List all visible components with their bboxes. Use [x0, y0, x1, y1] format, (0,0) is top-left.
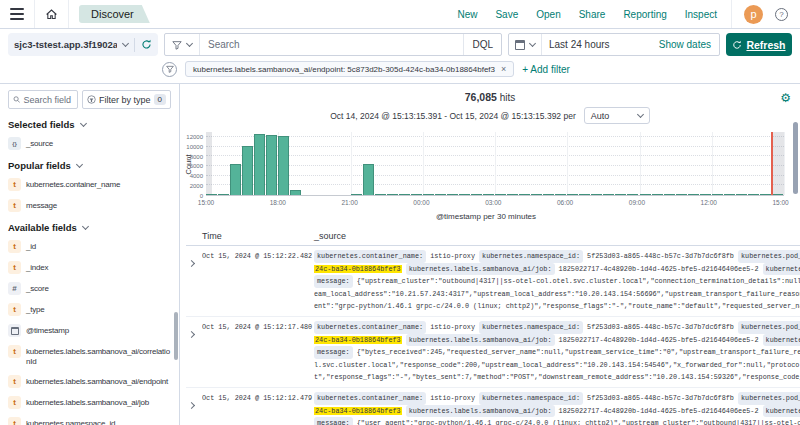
nav-save[interactable]: Save [495, 9, 518, 20]
histogram-bar[interactable] [351, 194, 362, 195]
nav-reporting[interactable]: Reporting [623, 9, 666, 20]
histogram-bar[interactable] [760, 194, 771, 195]
menu-button[interactable] [0, 0, 35, 28]
histogram-bar[interactable] [459, 194, 470, 195]
histogram-bar[interactable] [712, 194, 723, 195]
sidebar-scrollbar[interactable] [174, 312, 178, 360]
field-badge[interactable]: kubernetes.pod_name: [738, 321, 800, 334]
field-badge[interactable]: message: [314, 417, 353, 425]
histogram-bar[interactable] [290, 190, 301, 195]
histogram-bar[interactable] [242, 146, 253, 195]
field-item[interactable]: tkubernetes.labels.sambanova_ai/correlat… [8, 345, 171, 367]
field-badge[interactable]: kubernetes.labels.sambanova_ai/job: [406, 405, 555, 418]
nav-open[interactable]: Open [536, 9, 560, 20]
field-item[interactable]: @timestamp [8, 324, 171, 337]
histogram-bar[interactable] [567, 194, 578, 195]
histogram-bar[interactable] [603, 194, 614, 195]
breadcrumb[interactable]: Discover [79, 5, 150, 23]
field-search-input[interactable] [23, 95, 73, 105]
field-badge[interactable]: kubernetes.namespace_id: [479, 250, 583, 263]
field-item[interactable]: #_score [8, 282, 171, 295]
section-toggle-popular-fields[interactable]: Popular fields [8, 160, 171, 171]
histogram-bar[interactable] [387, 194, 398, 195]
show-dates-button[interactable]: Show dates [659, 39, 719, 50]
histogram-bar[interactable] [700, 194, 711, 195]
field-badge[interactable]: kubernetes.labels.sambanova_ [763, 263, 800, 276]
index-pattern-select[interactable]: sjc3-tstest.app.3f1902ac... [8, 33, 158, 56]
interval-select[interactable]: Auto [584, 107, 650, 124]
field-item[interactable]: tkubernetes.labels.sambanova_ai/job [8, 396, 171, 409]
histogram-bar[interactable] [399, 194, 410, 195]
histogram-bar[interactable] [471, 194, 482, 195]
field-item[interactable]: tkubernetes.container_name [8, 178, 171, 191]
query-filter-menu[interactable] [165, 34, 200, 55]
field-badge[interactable]: kubernetes.labels.sambanova_ai/job: [406, 334, 555, 347]
nav-share[interactable]: Share [579, 9, 606, 20]
section-toggle-selected-fields[interactable]: Selected fields [8, 119, 171, 130]
search-input[interactable] [200, 39, 463, 50]
refresh-button[interactable]: Refresh [726, 33, 792, 56]
histogram-bar[interactable] [676, 194, 687, 195]
histogram-bar[interactable] [375, 194, 386, 195]
home-button[interactable] [35, 0, 69, 28]
histogram-bar[interactable] [615, 194, 626, 195]
histogram-bar[interactable] [640, 194, 651, 195]
main-scrollbar[interactable] [793, 122, 798, 194]
reload-index-button[interactable] [141, 39, 152, 50]
field-badge[interactable]: kubernetes.namespace_id: [479, 392, 583, 405]
field-item[interactable]: {}_source [8, 137, 171, 150]
field-badge[interactable]: kubernetes.namespace_id: [479, 321, 583, 334]
histogram-bar[interactable] [519, 194, 530, 195]
nav-new[interactable]: New [457, 9, 477, 20]
field-item[interactable]: t_id [8, 240, 171, 253]
histogram-bar[interactable] [254, 134, 265, 195]
field-item[interactable]: tkubernetes.labels.sambanova_ai/endpoint [8, 375, 171, 388]
field-badge[interactable]: kubernetes.labels.sambanova_ [763, 405, 800, 418]
avatar[interactable]: p [744, 5, 763, 24]
histogram-bar[interactable] [688, 194, 699, 195]
expand-row-button[interactable] [186, 250, 202, 313]
nav-inspect[interactable]: Inspect [685, 9, 717, 20]
histogram-bar[interactable] [278, 136, 289, 195]
time-range-value[interactable]: Last 24 hours [542, 39, 659, 50]
histogram-bar[interactable] [218, 194, 229, 195]
field-badge[interactable]: kubernetes.labels.sambanova_ai/job: [406, 263, 555, 276]
gear-icon[interactable]: ⚙ [780, 92, 791, 104]
histogram-bar[interactable] [266, 135, 277, 195]
histogram-bar[interactable] [627, 194, 638, 195]
help-icon[interactable]: ? [775, 8, 788, 21]
field-item[interactable]: t_type [8, 303, 171, 316]
query-language-button[interactable]: DQL [463, 34, 501, 55]
histogram-bar[interactable] [230, 164, 241, 195]
remove-filter-icon[interactable]: × [501, 64, 506, 74]
histogram-bar[interactable] [736, 194, 747, 195]
histogram-bar[interactable] [531, 194, 542, 195]
field-badge[interactable]: kubernetes.pod_name: [738, 250, 800, 263]
histogram-bar[interactable] [591, 194, 602, 195]
field-badge[interactable]: kubernetes.container_name: [314, 250, 426, 263]
histogram-bar[interactable] [435, 194, 446, 195]
add-filter-button[interactable]: + Add filter [522, 64, 570, 75]
filter-options-button[interactable] [162, 62, 177, 77]
field-item[interactable]: tkubernetes.namespace_id [8, 417, 171, 425]
histogram-bar[interactable] [507, 194, 518, 195]
filter-by-type-button[interactable]: Filter by type 0 [82, 90, 171, 109]
field-badge[interactable]: kubernetes.container_name: [314, 392, 426, 405]
histogram-bar[interactable] [483, 194, 494, 195]
field-item[interactable]: tmessage [8, 199, 171, 212]
field-badge[interactable]: kubernetes.pod_name: [738, 392, 800, 405]
histogram-bar[interactable] [495, 194, 506, 195]
histogram-bar[interactable] [664, 194, 675, 195]
histogram-plot[interactable] [206, 132, 784, 196]
calendar-menu[interactable] [509, 34, 542, 55]
histogram-bar[interactable] [652, 194, 663, 195]
histogram-bar[interactable] [447, 194, 458, 195]
expand-row-button[interactable] [186, 321, 202, 384]
histogram-bar[interactable] [724, 194, 735, 195]
histogram-bar[interactable] [411, 194, 422, 195]
field-badge[interactable]: kubernetes.labels.sambanova_ [763, 334, 800, 347]
expand-row-button[interactable] [186, 392, 202, 425]
field-item[interactable]: t_index [8, 261, 171, 274]
histogram-bar[interactable] [423, 194, 434, 195]
histogram-bar[interactable] [206, 194, 217, 195]
